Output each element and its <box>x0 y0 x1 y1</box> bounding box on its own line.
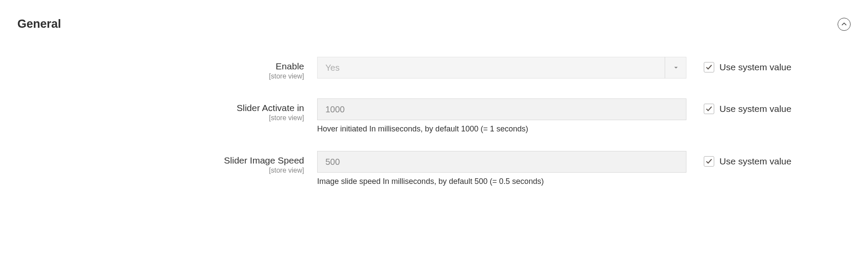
input-column: Yes <box>317 57 686 79</box>
select-wrapper: Yes <box>317 57 686 79</box>
checkbox-column: Use system value <box>686 98 792 114</box>
field-label-slider-activate: Slider Activate in <box>17 102 304 114</box>
use-system-value-checkbox-slider-activate[interactable] <box>704 104 714 114</box>
section-header: General <box>0 0 868 31</box>
input-column: Image slide speed In milliseconds, by de… <box>317 151 686 186</box>
collapse-toggle-button[interactable] <box>838 18 851 31</box>
section-title: General <box>17 17 61 31</box>
checkmark-icon <box>706 105 712 112</box>
use-system-value-label: Use system value <box>719 104 792 114</box>
checkmark-icon <box>706 64 712 71</box>
field-row-enable: Enable [store view] Yes Use sy <box>17 57 851 81</box>
use-system-value-checkbox-slider-speed[interactable] <box>704 156 714 167</box>
field-row-slider-speed: Slider Image Speed [store view] Image sl… <box>17 151 851 186</box>
slider-speed-input[interactable] <box>317 151 686 173</box>
form-container: Enable [store view] Yes Use sy <box>0 31 868 221</box>
label-column: Slider Image Speed [store view] <box>17 151 317 175</box>
chevron-up-icon <box>841 22 847 27</box>
field-label-enable: Enable <box>17 60 304 72</box>
label-column: Slider Activate in [store view] <box>17 98 317 123</box>
field-scope-slider-activate: [store view] <box>17 114 304 123</box>
field-row-slider-activate: Slider Activate in [store view] Hover in… <box>17 98 851 134</box>
use-system-value-label: Use system value <box>719 62 792 72</box>
field-scope-enable: [store view] <box>17 72 304 81</box>
enable-select[interactable]: Yes <box>317 57 686 79</box>
use-system-value-label: Use system value <box>719 156 792 167</box>
checkbox-column: Use system value <box>686 57 792 72</box>
checkmark-icon <box>706 158 712 165</box>
field-label-slider-speed: Slider Image Speed <box>17 154 304 166</box>
label-column: Enable [store view] <box>17 57 317 81</box>
input-column: Hover initiated In milliseconds, by defa… <box>317 98 686 134</box>
field-scope-slider-speed: [store view] <box>17 166 304 175</box>
help-text-slider-activate: Hover initiated In milliseconds, by defa… <box>317 124 686 134</box>
slider-activate-input[interactable] <box>317 98 686 120</box>
help-text-slider-speed: Image slide speed In milliseconds, by de… <box>317 177 686 186</box>
checkbox-column: Use system value <box>686 151 792 167</box>
use-system-value-checkbox-enable[interactable] <box>704 62 714 72</box>
